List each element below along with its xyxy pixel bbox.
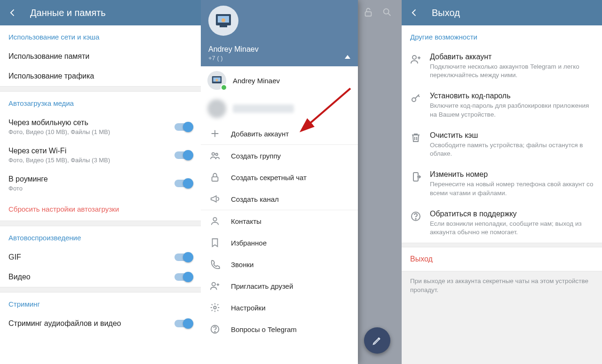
svg-point-22	[415, 218, 416, 219]
roaming-row[interactable]: В роуминге Фото	[0, 169, 201, 198]
section-streaming-title: Стриминг	[0, 293, 201, 314]
drawer-menu-list: Добавить аккаунт Создать группу Создать …	[201, 123, 358, 340]
profile-phone: +7 ( )	[208, 55, 350, 62]
gif-row[interactable]: GIF	[0, 247, 201, 267]
svg-rect-5	[220, 25, 227, 27]
phone-icon	[209, 259, 221, 269]
divider	[0, 86, 201, 92]
traffic-usage-row[interactable]: Использование трафика	[0, 66, 201, 86]
question-icon	[209, 324, 221, 334]
storage-usage-row[interactable]: Использование памяти	[0, 47, 201, 66]
drawer-menu-screen: Andrey Minaev +7 ( ) Andrey Minaev Добав…	[201, 0, 402, 364]
add-account-option[interactable]: Добавить аккаунт Подключите несколько ак…	[402, 47, 602, 86]
svg-point-8	[215, 79, 218, 81]
gif-toggle[interactable]	[174, 253, 192, 261]
clear-cache-option[interactable]: Очистить кэш Освободите память устройств…	[402, 125, 602, 164]
account-name: Andrey Minaev	[233, 77, 280, 85]
change-number-option[interactable]: Изменить номер Перенесите на новый номер…	[402, 164, 602, 203]
megaphone-icon	[209, 194, 221, 204]
section-autoplay-title: Автовоспроизведение	[0, 226, 201, 247]
compose-fab[interactable]	[364, 327, 390, 354]
plus-icon	[209, 128, 221, 139]
svg-point-14	[214, 306, 216, 309]
svg-point-1	[384, 9, 389, 14]
svg-rect-11	[212, 177, 218, 181]
account-avatar	[207, 71, 226, 90]
create-group-item[interactable]: Создать группу	[201, 145, 358, 166]
person-add-icon	[209, 281, 221, 291]
key-icon	[410, 92, 421, 104]
svg-point-16	[214, 331, 215, 332]
wifi-toggle[interactable]	[174, 151, 192, 159]
phone-arrow-icon	[410, 170, 421, 182]
wifi-row[interactable]: Через сети Wi-Fi Фото, Видео (15 MB), Фа…	[0, 141, 201, 169]
saved-messages-item[interactable]: Избранное	[201, 232, 358, 253]
contacts-item[interactable]: Контакты	[201, 210, 358, 232]
logout-note: При выходе из аккаунта секретные чаты на…	[402, 271, 602, 301]
navigation-drawer: Andrey Minaev +7 ( ) Andrey Minaev Добав…	[201, 0, 358, 364]
panel3-title: Выход	[432, 8, 460, 18]
faq-item[interactable]: Вопросы о Telegram	[201, 318, 358, 340]
passcode-option[interactable]: Установить код-пароль Включите код-парол…	[402, 86, 602, 125]
trash-icon	[410, 131, 421, 143]
logout-action[interactable]: Выход	[402, 247, 602, 271]
divider	[0, 287, 201, 293]
logout-screen: Выход Другие возможности Добавить аккаун…	[402, 0, 602, 364]
gear-icon	[209, 302, 221, 313]
svg-point-18	[412, 55, 416, 59]
unlock-icon[interactable]	[363, 7, 374, 18]
svg-rect-0	[365, 12, 372, 16]
section-autodownload-title: Автозагрузка медиа	[0, 92, 201, 113]
account-row-other[interactable]	[201, 95, 358, 123]
panel3-header: Выход	[402, 0, 602, 25]
stream-toggle[interactable]	[174, 320, 192, 327]
group-icon	[209, 150, 221, 161]
mobile-toggle[interactable]	[174, 123, 192, 131]
panel1-header: Данные и память	[0, 0, 201, 25]
background-chat-glimpse	[357, 0, 402, 364]
invite-friends-item[interactable]: Пригласить друзей	[201, 275, 358, 297]
profile-name: Andrey Minaev	[208, 45, 350, 54]
chevron-up-icon[interactable]	[345, 55, 350, 59]
svg-point-12	[213, 218, 216, 221]
section-network-title: Использование сети и кэша	[0, 25, 201, 47]
support-option[interactable]: Обратиться в поддержку Если возникли неп…	[402, 204, 602, 243]
calls-item[interactable]: Звонки	[201, 253, 358, 275]
svg-point-4	[222, 18, 225, 22]
panel1-title: Данные и память	[30, 8, 106, 18]
back-arrow-icon[interactable]	[408, 8, 420, 17]
video-toggle[interactable]	[174, 273, 192, 281]
account-avatar-blurred	[207, 99, 226, 118]
svg-point-10	[215, 153, 218, 156]
svg-point-9	[212, 153, 215, 156]
lock-icon	[209, 172, 221, 182]
search-icon[interactable]	[381, 7, 393, 18]
question-icon	[410, 210, 421, 222]
bookmark-icon	[209, 237, 221, 248]
video-row[interactable]: Видео	[0, 267, 201, 287]
stream-audio-video-row[interactable]: Стриминг аудиофайлов и видео	[0, 314, 201, 333]
divider	[402, 243, 602, 247]
person-icon	[209, 216, 221, 226]
drawer-profile-header[interactable]: Andrey Minaev +7 ( )	[201, 0, 358, 66]
reset-autodownload-row[interactable]: Сбросить настройки автозагрузки	[0, 198, 201, 221]
settings-data-storage-screen: Данные и память Использование сети и кэш…	[0, 0, 201, 364]
secret-chat-item[interactable]: Создать секретный чат	[201, 166, 358, 188]
create-channel-item[interactable]: Создать канал	[201, 188, 358, 210]
empty-space	[402, 301, 602, 364]
svg-point-13	[212, 283, 215, 286]
account-row-current[interactable]: Andrey Minaev	[201, 66, 358, 95]
section-other-title: Другие возможности	[402, 25, 602, 47]
profile-avatar[interactable]	[208, 6, 238, 36]
mobile-data-row[interactable]: Через мобильную сеть Фото, Видео (10 MB)…	[0, 113, 201, 141]
account-name-blurred	[233, 104, 294, 113]
person-add-icon	[410, 53, 421, 65]
active-account-badge-icon	[221, 84, 227, 91]
add-account-item[interactable]: Добавить аккаунт	[201, 123, 358, 144]
back-arrow-icon[interactable]	[7, 8, 19, 17]
svg-point-19	[412, 98, 416, 102]
roaming-toggle[interactable]	[174, 180, 192, 187]
divider	[0, 221, 201, 226]
settings-item[interactable]: Настройки	[201, 297, 358, 318]
